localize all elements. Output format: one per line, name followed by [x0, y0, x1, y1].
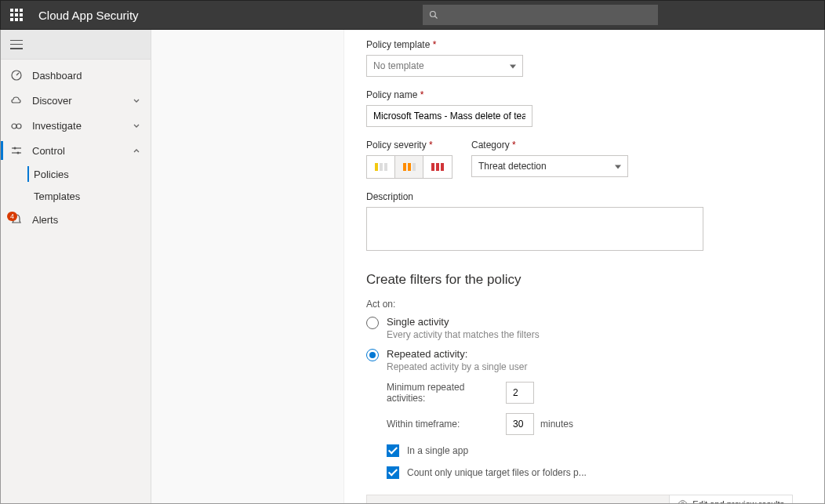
chevron-down-icon — [132, 121, 141, 130]
repeated-activity-radio[interactable] — [366, 349, 379, 361]
sidebar-subitem-policies[interactable]: Policies — [1, 163, 151, 185]
category-select[interactable]: Threat detection — [471, 155, 628, 177]
svg-point-8 — [14, 147, 16, 150]
sidebar-item-discover[interactable]: Discover — [1, 88, 151, 113]
chevron-up-icon — [132, 146, 141, 155]
search-wrap — [423, 5, 658, 25]
svg-point-11 — [681, 502, 684, 503]
policy-template-label: Policy template — [366, 39, 793, 50]
svg-line-1 — [435, 16, 438, 19]
sidebar-item-dashboard[interactable]: Dashboard — [1, 63, 151, 88]
search-icon — [429, 10, 438, 20]
min-repeated-label: Minimum repeated activities: — [387, 382, 506, 404]
sidebar-item-label: Discover — [32, 95, 132, 107]
within-timeframe-input[interactable] — [506, 413, 534, 435]
severity-medium-button[interactable] — [395, 156, 423, 178]
single-activity-desc: Every activity that matches the filters — [387, 329, 793, 340]
category-label: Category — [471, 140, 628, 150]
app-title: Cloud App Security — [38, 9, 139, 22]
svg-point-4 — [12, 124, 16, 129]
policy-severity-label: Policy severity — [366, 140, 452, 150]
sidebar-item-label: Templates — [34, 190, 141, 202]
description-textarea[interactable] — [366, 207, 703, 251]
main-pane: Policy template No template Policy name … — [344, 30, 824, 503]
policy-name-input[interactable] — [366, 105, 532, 127]
within-unit-label: minutes — [540, 419, 573, 430]
sidebar: Dashboard Discover Investigate Control P… — [1, 30, 151, 503]
policy-template-select[interactable]: No template — [366, 55, 523, 77]
sidebar-item-label: Policies — [34, 169, 141, 180]
svg-line-3 — [16, 73, 19, 75]
chevron-down-icon — [132, 96, 141, 105]
gauge-icon — [10, 69, 23, 82]
filters-heading: Create filters for the policy — [366, 272, 793, 288]
filter-box: Edit and preview results ACTIVITIES MATC… — [366, 495, 793, 503]
sidebar-item-control[interactable]: Control — [1, 138, 151, 163]
app-launcher-icon[interactable] — [10, 9, 23, 21]
within-timeframe-label: Within timeframe: — [387, 419, 506, 430]
search-input[interactable] — [423, 5, 658, 25]
top-bar: Cloud App Security — [0, 0, 825, 30]
alerts-badge: 4 — [7, 212, 17, 221]
sidebar-item-label: Investigate — [32, 120, 132, 132]
single-activity-label: Single activity — [387, 316, 793, 328]
unique-targets-checkbox[interactable] — [387, 466, 399, 479]
cloud-icon — [10, 94, 23, 107]
svg-point-0 — [431, 12, 436, 17]
single-app-checkbox[interactable] — [387, 444, 399, 457]
edit-preview-button[interactable]: Edit and preview results — [669, 495, 793, 503]
severity-group — [366, 155, 452, 179]
sidebar-item-label: Dashboard — [32, 70, 141, 82]
sidebar-subitem-templates[interactable]: Templates — [1, 185, 151, 207]
min-repeated-input[interactable] — [506, 382, 534, 404]
sidebar-item-label: Control — [32, 145, 132, 157]
single-activity-radio[interactable] — [366, 317, 379, 329]
svg-point-10 — [17, 152, 20, 154]
sidebar-item-alerts[interactable]: 4 Alerts — [1, 207, 151, 232]
single-app-label: In a single app — [407, 445, 468, 456]
sidebar-item-investigate[interactable]: Investigate — [1, 113, 151, 138]
severity-low-button[interactable] — [367, 156, 395, 178]
repeated-activity-desc: Repeated activity by a single user — [387, 361, 793, 372]
policy-name-label: Policy name — [366, 89, 793, 100]
sidebar-item-label: Alerts — [32, 214, 141, 226]
left-pane — [151, 30, 344, 503]
repeated-activity-label: Repeated activity: — [387, 348, 793, 360]
sliders-icon — [10, 144, 23, 157]
svg-point-5 — [16, 124, 21, 129]
unique-targets-label: Count only unique target files or folder… — [407, 467, 587, 478]
hamburger-icon[interactable] — [10, 40, 23, 49]
severity-high-button[interactable] — [423, 156, 452, 178]
act-on-label: Act on: — [366, 299, 793, 310]
binoculars-icon — [10, 119, 23, 132]
description-label: Description — [366, 191, 793, 202]
eye-icon — [678, 499, 688, 503]
